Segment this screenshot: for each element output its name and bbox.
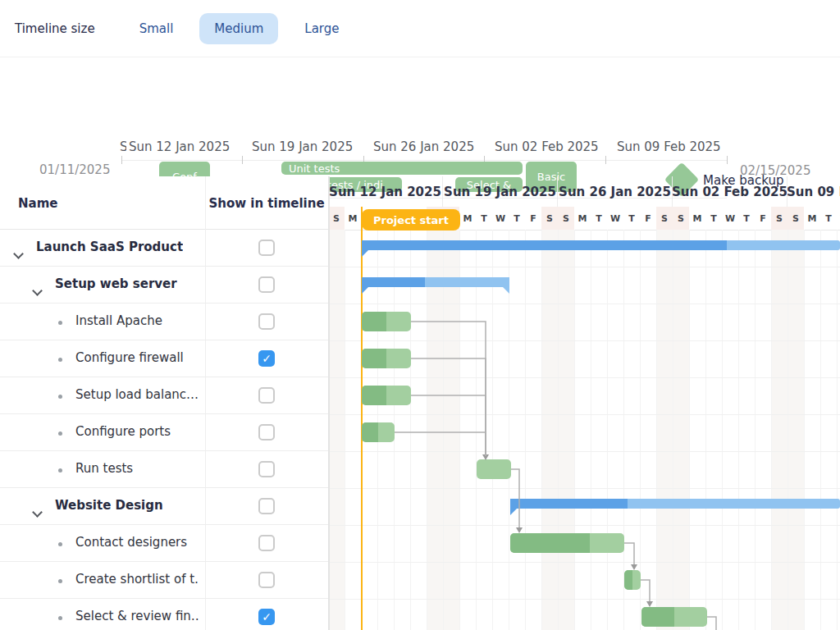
row-gridline: [330, 304, 840, 304]
week-header-row: Sun 12 Jan 2025Sun 19 Jan 2025Sun 26 Jan…: [330, 176, 840, 207]
chart-week-header: Sun 19 Jan 2025: [443, 176, 558, 207]
task-row-6[interactable]: Run tests: [0, 451, 328, 488]
day-gridline: [656, 230, 657, 630]
show-in-timeline-checkbox[interactable]: [258, 313, 275, 330]
task-name: Create shortlist of t…: [75, 572, 199, 587]
overview-clipped-week-label: S: [120, 139, 126, 154]
task-row-10[interactable]: Select & review fin…✓: [0, 599, 328, 630]
task-row-7[interactable]: Website Design: [0, 488, 328, 525]
chart-day-header: M: [574, 207, 591, 230]
chart-week-header: Sun 09 Feb 2025: [788, 176, 840, 207]
task-name: Select & review fin…: [75, 609, 199, 623]
gantt-bar-setup-web-server[interactable]: [362, 277, 509, 287]
row-gridline: [330, 414, 840, 415]
progress-fill: [510, 499, 628, 509]
chart-day-header: T: [738, 207, 755, 230]
overview-week-label: Sun 09 Feb 2025: [617, 139, 721, 154]
day-gridline: [607, 230, 608, 630]
task-bullet-icon: [58, 395, 62, 399]
timeline-size-large-button[interactable]: Large: [290, 13, 354, 44]
show-in-timeline-checkbox[interactable]: [258, 387, 275, 404]
progress-fill: [624, 570, 632, 590]
expand-chevron-icon[interactable]: [15, 245, 22, 261]
task-row-0[interactable]: Launch SaaS Product: [0, 230, 328, 267]
column-header-show-in-timeline: Show in timeline: [205, 176, 328, 230]
gantt-chart: Sun 12 Jan 2025Sun 19 Jan 2025Sun 26 Jan…: [330, 176, 840, 630]
task-row-9[interactable]: Create shortlist of t…: [0, 562, 328, 599]
summary-left-tail: [362, 287, 368, 294]
progress-fill: [510, 533, 590, 553]
day-gridline: [492, 230, 493, 630]
gantt-bar-create-shortlist-of-t[interactable]: [624, 570, 641, 590]
task-row-3[interactable]: Configure firewall✓: [0, 340, 328, 377]
task-row-4[interactable]: Setup load balanc…: [0, 377, 328, 414]
chart-day-header: T: [820, 207, 837, 230]
gantt-bar-install-apache[interactable]: [362, 312, 411, 331]
day-gridline: [788, 230, 788, 630]
chart-day-header: F: [755, 207, 771, 230]
row-gridline: [330, 599, 840, 600]
overview-task-bar[interactable]: Unit tests: [281, 162, 523, 175]
task-name: Configure ports: [75, 424, 171, 439]
show-in-timeline-checkbox[interactable]: ✓: [258, 350, 275, 367]
chart-day-header: M: [689, 207, 705, 230]
timeline-size-medium-button[interactable]: Medium: [199, 13, 278, 44]
show-in-timeline-checkbox[interactable]: [258, 240, 275, 256]
show-in-timeline-checkbox[interactable]: [258, 424, 275, 441]
day-gridline: [771, 230, 772, 630]
gantt-bar-run-tests[interactable]: [477, 459, 511, 479]
timeline-size-small-button[interactable]: Small: [125, 13, 189, 44]
progress-fill: [362, 386, 386, 405]
task-bullet-icon: [58, 542, 62, 546]
chart-day-header: T: [509, 207, 525, 230]
show-in-timeline-checkbox[interactable]: [258, 535, 275, 551]
row-gridline: [330, 377, 840, 378]
expand-chevron-icon[interactable]: [34, 504, 41, 519]
show-in-timeline-checkbox[interactable]: ✓: [258, 609, 275, 625]
chart-day-header: S: [541, 207, 558, 230]
gantt-app: Timeline size SmallMediumLarge 01/11/202…: [0, 0, 840, 630]
task-name: Contact designers: [75, 535, 187, 550]
chart-day-header: F: [640, 207, 656, 230]
task-bullet-icon: [58, 579, 62, 583]
day-gridline: [476, 230, 477, 630]
gantt-bar-configure-firewall[interactable]: [362, 349, 411, 368]
overview-week-label: Sun 12 Jan 2025: [129, 139, 230, 154]
show-in-timeline-checkbox[interactable]: [258, 461, 275, 477]
day-gridline: [820, 230, 821, 630]
expand-chevron-icon[interactable]: [34, 282, 41, 298]
gantt-bar-configure-ports[interactable]: [362, 422, 395, 442]
progress-fill: [641, 607, 674, 627]
gantt-bar-launch-saas-product[interactable]: [362, 240, 840, 250]
chart-day-header: S: [771, 207, 788, 230]
task-row-5[interactable]: Configure ports: [0, 414, 328, 451]
show-in-timeline-checkbox[interactable]: [258, 572, 275, 588]
task-bullet-icon: [58, 616, 62, 620]
overview-week-label: Sun 19 Jan 2025: [252, 139, 353, 154]
day-gridline: [574, 230, 575, 630]
task-bullet-icon: [58, 321, 62, 325]
task-row-8[interactable]: Contact designers: [0, 525, 328, 562]
task-grid-panel: Name Show in timeline Launch SaaS Produc…: [0, 176, 328, 630]
day-gridline: [459, 230, 460, 630]
task-row-2[interactable]: Install Apache: [0, 304, 328, 340]
show-in-timeline-checkbox[interactable]: [258, 276, 275, 293]
day-gridline: [443, 230, 444, 630]
gantt-bar-select-review-fin[interactable]: [641, 607, 707, 627]
chart-day-header: W: [837, 207, 840, 230]
row-gridline: [330, 488, 840, 489]
chart-day-header: M: [459, 207, 476, 230]
day-gridline: [673, 230, 673, 630]
task-name: Website Design: [55, 498, 163, 513]
gantt-bar-contact-designers[interactable]: [510, 533, 624, 553]
chart-day-header: T: [591, 207, 607, 230]
progress-fill: [362, 312, 386, 331]
gantt-bar-setup-load-balanc[interactable]: [362, 386, 411, 405]
row-gridline: [330, 562, 840, 563]
task-row-1[interactable]: Setup web server: [0, 267, 328, 304]
show-in-timeline-checkbox[interactable]: [258, 498, 275, 514]
gantt-bar-website-design[interactable]: [510, 499, 840, 509]
day-gridline: [804, 230, 805, 630]
day-gridline: [427, 230, 427, 630]
project-start-line: [361, 207, 363, 630]
